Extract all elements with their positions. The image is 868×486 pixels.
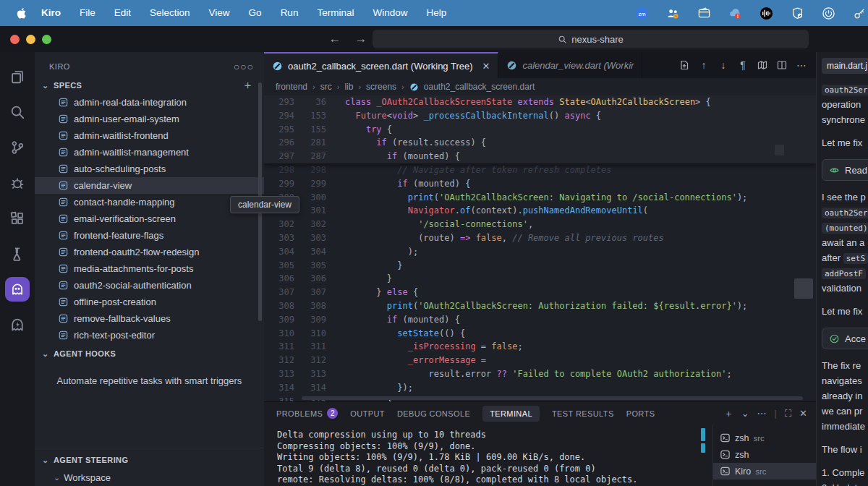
inline-code: setS xyxy=(843,253,868,264)
activity-kiro-ghost-icon[interactable] xyxy=(5,277,30,302)
menu-run[interactable]: Run xyxy=(271,0,308,26)
panel-tab-debug-console[interactable]: DEBUG CONSOLE xyxy=(397,409,470,418)
history-back-button[interactable]: ← xyxy=(327,30,343,48)
menu-kiro[interactable]: Kiro xyxy=(32,0,70,26)
terminal-dropdown-icon[interactable]: ⌄ xyxy=(741,408,749,419)
line-number-modified: 153 xyxy=(294,109,326,123)
chat-line: 1. Comple xyxy=(822,465,868,480)
more-actions-icon[interactable]: ⋯ xyxy=(793,56,810,74)
spec-item-admin-waitlist-management[interactable]: admin-waitlist-management xyxy=(35,144,264,161)
breadcrumb-item[interactable]: src xyxy=(320,82,332,92)
terminal-instance-zsh[interactable]: zshsrc xyxy=(713,430,816,446)
breadcrumb-item[interactable]: screens xyxy=(366,82,396,92)
code-text: print('OAuth2CallbackScreen: Authorizati… xyxy=(326,299,747,313)
panel-tab-test-results[interactable]: TEST RESULTS xyxy=(552,409,614,418)
tray-cloud-alert-icon[interactable] xyxy=(728,6,742,20)
split-editor-icon[interactable] xyxy=(773,56,791,74)
line-number-original: 297 xyxy=(264,150,294,163)
dart-file-icon xyxy=(272,61,283,72)
tray-zoom-app-icon[interactable]: zm xyxy=(634,6,649,20)
spec-item-calendar-view[interactable]: calendar-view xyxy=(35,177,264,194)
spec-item-oauth2-social-authentication[interactable]: oauth2-social-authentication xyxy=(35,277,264,294)
breadcrumb-item[interactable]: oauth2_callback_screen.dart xyxy=(424,82,535,92)
section-agent-steering[interactable]: ⌄ AGENT STEERING xyxy=(35,451,264,469)
menu-go[interactable]: Go xyxy=(239,0,271,26)
breadcrumb-item[interactable]: frontend xyxy=(276,82,307,92)
terminal-line: Delta compression using up to 10 threads xyxy=(277,430,712,441)
spec-item-media-attachments-for-posts[interactable]: media-attachments-for-posts xyxy=(35,260,264,277)
tray-key-icon[interactable] xyxy=(852,6,867,20)
close-window-button[interactable] xyxy=(10,35,20,44)
panel-tab-ports[interactable]: PORTS xyxy=(626,409,655,418)
line-number-modified: 287 xyxy=(294,150,326,163)
divider: | xyxy=(775,408,777,419)
search-icon xyxy=(558,35,567,44)
panel-tab-problems[interactable]: PROBLEMS2 xyxy=(276,408,338,419)
close-panel-icon[interactable]: ✕ xyxy=(799,408,807,419)
tray-power-icon[interactable] xyxy=(821,6,835,20)
tab-calendar-view[interactable]: calendar_view.dart (Workir xyxy=(498,52,642,78)
breadcrumb-item[interactable]: lib xyxy=(344,82,353,92)
maximize-panel-icon[interactable]: ⛶ xyxy=(785,408,791,419)
activity-source-control-icon[interactable] xyxy=(3,133,32,162)
minimize-window-button[interactable] xyxy=(26,35,35,44)
spec-item-frontend-oauth2-flow-redesign[interactable]: frontend-oauth2-flow-redesign xyxy=(35,244,264,260)
sidebar-more-actions[interactable]: ○○○ xyxy=(234,61,254,72)
tray-audio-waveform-icon[interactable] xyxy=(759,6,773,20)
next-change-icon[interactable]: ↓ xyxy=(715,56,732,74)
menu-help[interactable]: Help xyxy=(417,0,456,26)
activity-search-icon[interactable] xyxy=(3,98,32,127)
tab-oauth2-callback-screen[interactable]: oauth2_callback_screen.dart (Working Tre… xyxy=(264,52,498,78)
spec-item-admin-waitlist-frontend[interactable]: admin-waitlist-frontend xyxy=(35,127,264,144)
command-center-search[interactable]: nexus-share xyxy=(373,30,809,48)
spec-item-frontend-feature-flags[interactable]: frontend-feature-flags xyxy=(35,227,264,244)
vertical-scrollbar[interactable] xyxy=(794,278,813,299)
terminal-instance-kiro[interactable]: Kirosrc xyxy=(713,463,816,479)
menu-window[interactable]: Window xyxy=(363,0,417,26)
close-tab-icon[interactable]: ✕ xyxy=(482,61,490,72)
spec-item-admin-real-data-integration[interactable]: admin-real-data-integration xyxy=(35,94,264,111)
apple-logo-icon[interactable] xyxy=(10,7,32,20)
spec-item-label: rich-text-post-editor xyxy=(74,330,155,341)
activity-agent-hooks-icon[interactable] xyxy=(3,310,32,339)
steering-item-workspace[interactable]: ⌄ Workspace xyxy=(35,469,264,486)
activity-beaker-icon[interactable] xyxy=(3,239,32,268)
menu-terminal[interactable]: Terminal xyxy=(307,0,363,26)
spec-item-auto-scheduling-posts[interactable]: auto-scheduling-posts xyxy=(35,161,264,177)
menu-edit[interactable]: Edit xyxy=(105,0,140,26)
activity-extensions-icon[interactable] xyxy=(3,204,32,233)
new-terminal-icon[interactable]: ＋ xyxy=(724,407,733,420)
whitespace-toggle-icon[interactable]: ¶ xyxy=(734,56,752,74)
terminal-instance-zsh[interactable]: zsh xyxy=(713,446,816,463)
section-agent-hooks[interactable]: ⌄ AGENT HOOKS xyxy=(35,345,264,362)
activity-files-icon[interactable] xyxy=(3,62,32,91)
section-specs[interactable]: ⌄ SPECS ＋ xyxy=(35,77,264,94)
spec-item-remove-fallback-values[interactable]: remove-fallback-values xyxy=(35,310,264,327)
previous-change-icon[interactable]: ↑ xyxy=(695,56,712,74)
more-icon[interactable]: ⋯ xyxy=(757,408,767,419)
chat-tool-card-check[interactable]: Acce xyxy=(822,328,868,349)
tray-wallet-icon[interactable] xyxy=(697,6,711,20)
panel-tab-terminal[interactable]: TERMINAL xyxy=(482,406,540,422)
horizontal-scrollbar[interactable] xyxy=(302,396,803,400)
panel-tab-output[interactable]: OUTPUT xyxy=(350,409,385,418)
menu-file[interactable]: File xyxy=(70,0,105,26)
code-editor: 29336class _OAuth2CallbackScreenState ex… xyxy=(264,95,816,401)
terminal-icon xyxy=(720,449,731,460)
zoom-window-button[interactable] xyxy=(42,35,51,44)
spec-item-admin-user-email-system[interactable]: admin-user-email-system xyxy=(35,111,264,127)
tray-people-icon[interactable] xyxy=(665,6,680,20)
menu-selection[interactable]: Selection xyxy=(140,0,200,26)
add-spec-button[interactable]: ＋ xyxy=(242,78,254,93)
spec-item-rich-text-post-editor[interactable]: rich-text-post-editor xyxy=(35,327,264,344)
spec-item-offline-post-creation[interactable]: offline-post-creation xyxy=(35,294,264,310)
menu-view[interactable]: View xyxy=(200,0,239,26)
history-forward-button[interactable]: → xyxy=(353,30,369,48)
open-changes-icon[interactable] xyxy=(676,56,693,74)
tray-shield-check-icon[interactable] xyxy=(790,6,804,20)
activity-debug-icon[interactable] xyxy=(3,169,32,197)
context-file-chip[interactable]: main.dart.j xyxy=(822,58,868,74)
chat-tool-card-eye[interactable]: Read xyxy=(822,159,868,181)
spec-item-email-verification-screen[interactable]: email-verification-screen xyxy=(35,210,264,227)
map-icon[interactable] xyxy=(754,56,771,74)
